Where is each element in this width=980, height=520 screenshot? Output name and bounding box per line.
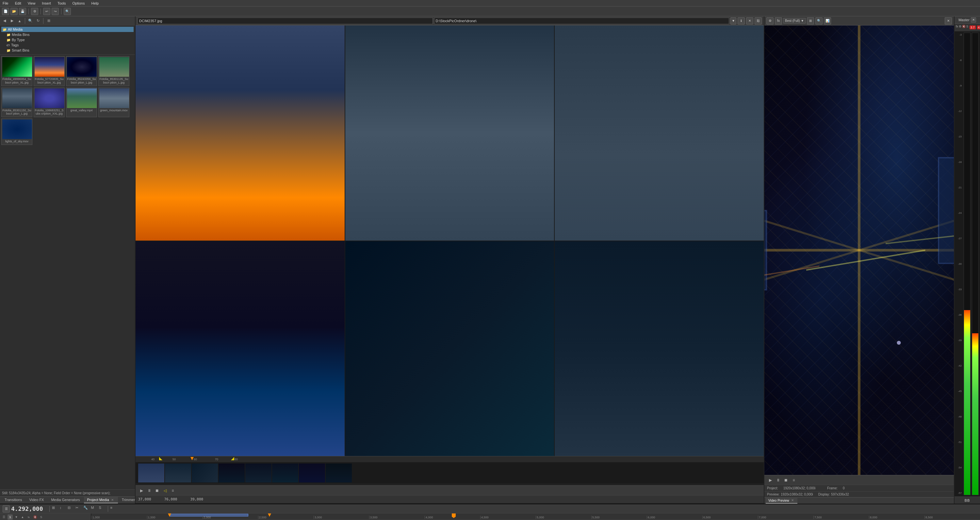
menu-view[interactable]: View <box>27 1 37 5</box>
mb-refresh-button[interactable]: ↻ <box>35 17 41 24</box>
out-point-marker <box>231 457 234 460</box>
track-1-arrow[interactable]: ▼ <box>14 514 19 520</box>
mb-search-button[interactable]: 🔍 <box>27 17 33 24</box>
program-stop-button[interactable]: ⏹ <box>783 477 789 484</box>
tl-btn3[interactable]: ⊟ <box>68 506 74 512</box>
menu-help[interactable]: Help <box>90 1 100 5</box>
source-properties-button[interactable]: ℹ <box>738 17 745 24</box>
program-quality-select[interactable]: Best (Full) ▼ <box>783 18 805 24</box>
new-button[interactable]: 📄 <box>2 8 9 15</box>
left-panel: ◀ ▶ ▲ 🔍 ↻ ⊞ 📁 All Media 📁 Media Bins 📁 B… <box>0 16 135 504</box>
hamburger-icon[interactable]: ☰ <box>3 505 10 512</box>
master-mute-button[interactable]: 🔇 <box>962 25 966 30</box>
menu-tools[interactable]: Tools <box>56 1 67 5</box>
undo-button[interactable]: ↩ <box>43 8 50 15</box>
meter-bars <box>964 33 979 495</box>
tree-item-smart-bins[interactable]: 📁 Smart Bins <box>1 48 134 53</box>
source-pause-button[interactable]: ⏸ <box>146 487 153 494</box>
mb-forward-button[interactable]: ▶ <box>9 17 15 24</box>
svg-rect-12 <box>939 158 954 263</box>
tab-project-media[interactable]: Project Media ✕ <box>84 497 118 503</box>
media-thumb-6[interactable]: great_valley.mp4 <box>66 87 97 117</box>
program-grid-button[interactable]: ⊞ <box>807 17 814 24</box>
source-in-button[interactable]: ◁ <box>162 487 168 494</box>
menu-file[interactable]: File <box>1 1 10 5</box>
tl-btn7[interactable]: S <box>99 506 105 512</box>
save-button[interactable]: 💾 <box>19 8 26 15</box>
tl-btn4[interactable]: ✂ <box>75 506 82 512</box>
menu-options[interactable]: Options <box>71 1 86 5</box>
preview-label: Preview: <box>767 493 780 496</box>
program-scopes-button[interactable]: 📊 <box>824 17 831 24</box>
mb-up-button[interactable]: ▲ <box>16 17 23 24</box>
display-value: 597x336x32 <box>831 493 849 496</box>
media-thumb-7[interactable]: green_mountain.mov <box>98 87 129 117</box>
track-1-solo[interactable]: S <box>38 514 44 520</box>
program-pause-button[interactable]: ⏸ <box>775 477 781 484</box>
media-thumb-8[interactable]: lights_of_sky.mov <box>1 119 32 145</box>
menu-edit[interactable]: Edit <box>14 1 22 5</box>
tl-btn8[interactable]: ≡ <box>110 506 117 512</box>
program-settings-button[interactable]: ⚙ <box>766 17 773 24</box>
tab-transitions[interactable]: Transitions <box>1 497 25 503</box>
media-thumb-0[interactable]: Fotolia_49996954_Subscri ption_XL.jpg <box>1 56 32 86</box>
zoom-button[interactable]: 🔍 <box>64 8 71 15</box>
track-1-fx[interactable]: fx <box>26 514 31 520</box>
tree-item-all-media[interactable]: 📁 All Media <box>1 27 134 32</box>
source-filename-input[interactable] <box>137 17 433 24</box>
ruler-mark-12: 7,000 <box>758 516 766 519</box>
media-tree: 📁 All Media 📁 Media Bins 📁 By Type 🏷 Tag… <box>0 25 135 55</box>
tl-btn5[interactable]: 🔧 <box>83 506 90 512</box>
tab-media-generators[interactable]: Media Generators <box>48 497 83 503</box>
film-frame-1 <box>138 463 164 482</box>
timeline-tracks[interactable]: 1,000 1,500 2,000 2,500 3,000 3,500 4,00… <box>91 514 980 520</box>
master-close-button[interactable]: ✕ <box>971 17 976 22</box>
source-play-button[interactable]: ▶ <box>138 487 145 494</box>
master-settings-button[interactable]: ⚙ <box>959 25 961 30</box>
tree-item-tags[interactable]: 🏷 Tags <box>1 43 134 48</box>
source-chain-button[interactable]: ⛓ <box>755 17 762 24</box>
path-dropdown-button[interactable]: ▼ <box>730 17 736 24</box>
source-stop-button[interactable]: ⏹ <box>154 487 161 494</box>
timeline-time-display: 4.292,000 <box>11 505 43 512</box>
tl-btn2[interactable]: ↕ <box>60 506 66 512</box>
program-play-button[interactable]: ▶ <box>767 477 773 484</box>
source-list-button[interactable]: ≡ <box>170 487 176 494</box>
tab-close[interactable]: ✕ <box>110 498 115 502</box>
open-button[interactable]: 📂 <box>10 8 18 15</box>
media-thumb-2[interactable]: Fotolia_85243356_Subscri ption_L.jpg <box>66 56 97 86</box>
tab-video-preview-close[interactable]: ✕ <box>790 498 795 503</box>
settings-button[interactable]: ⚙ <box>31 8 38 15</box>
track-1-mute[interactable]: 🔇 <box>32 514 38 520</box>
source-close-button[interactable]: ✕ <box>746 17 753 24</box>
track-1-arrow2[interactable]: ▲ <box>20 514 25 520</box>
timeline-ruler[interactable]: 1,000 1,500 2,000 2,500 3,000 3,500 4,00… <box>91 514 980 520</box>
timeline-content: ☰ 1 ▼ ▲ fx 🔇 S Level: 100,0 % 🔒 ☰ <box>0 514 980 520</box>
tab-video-fx[interactable]: Video FX <box>26 497 47 503</box>
source-path-input[interactable] <box>434 17 729 24</box>
menu-insert[interactable]: Insert <box>40 1 52 5</box>
program-close-button[interactable]: ✕ <box>945 17 952 24</box>
media-thumb-5[interactable]: Fotolia_108683251_Subs cription_XXL.jpg <box>33 87 65 117</box>
mb-view-button[interactable]: ⊞ <box>45 17 52 24</box>
media-thumb-1[interactable]: Fotolia_57720835_Subscri ption_XL.jpg <box>33 56 65 86</box>
media-thumb-3[interactable]: Fotolia_85301135_Subscri ption_L.jpg <box>98 56 129 86</box>
main-layout: ◀ ▶ ▲ 🔍 ↻ ⊞ 📁 All Media 📁 Media Bins 📁 B… <box>0 16 980 504</box>
master-panel: Master ✕ fx ⚙ 🔇 S 3.7 4.3 -3-6-9-12-15-1… <box>954 16 980 504</box>
program-fx-button[interactable]: fx <box>775 17 782 24</box>
redo-button[interactable]: ↪ <box>52 8 59 15</box>
tl-btn6[interactable]: M <box>91 506 98 512</box>
hamburger-track-1[interactable]: ☰ <box>1 514 6 520</box>
master-solo-button[interactable]: S <box>966 25 968 30</box>
tree-item-media-bins[interactable]: 📁 Media Bins <box>1 32 134 37</box>
red-badge-1: 3.7 <box>970 25 976 29</box>
tl-btn1[interactable]: ⊞ <box>52 506 59 512</box>
tree-item-by-type[interactable]: 📁 By Type <box>1 37 134 43</box>
ruler-mark-7: 4,500 <box>480 516 489 519</box>
media-thumb-4[interactable]: Fotolia_85301150_Subscri ption_L.jpg <box>1 87 32 117</box>
master-fx-button[interactable]: fx <box>956 25 958 30</box>
tab-video-preview[interactable]: Video Preview ✕ <box>766 498 797 504</box>
program-list-button[interactable]: ≡ <box>791 477 797 484</box>
mb-back-button[interactable]: ◀ <box>1 17 8 24</box>
program-zoom-button[interactable]: 🔍 <box>815 17 822 24</box>
